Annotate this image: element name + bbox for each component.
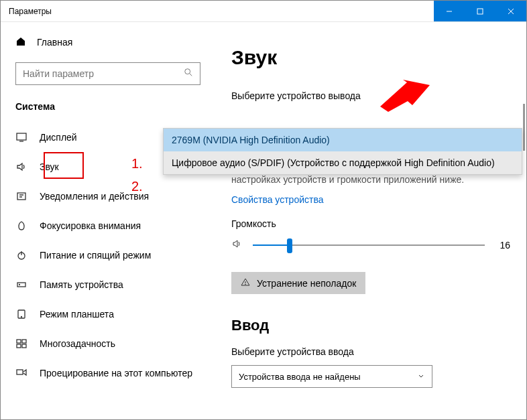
minimize-button[interactable] [434,1,465,21]
close-button[interactable] [495,1,526,21]
sidebar-item-label: Многозадачность [40,338,115,349]
sidebar-item-notifications[interactable]: Уведомления и действия [15,182,200,211]
sidebar-item-label: Питание и спящий режим [40,250,151,261]
page-title: Звук [231,46,510,69]
annotation-1: 1. [131,156,143,171]
input-select-value: Устройства ввода не найдены [239,372,361,382]
sidebar-item-multitask[interactable]: Многозадачность [15,329,200,358]
titlebar: Параметры [1,1,526,22]
scrollbar[interactable] [523,104,525,151]
device-properties-link[interactable]: Свойства устройства [231,194,324,205]
sidebar-item-label: Память устройства [40,279,123,290]
sound-icon [15,161,27,173]
sidebar-item-label: Дисплей [40,132,77,143]
warning-icon [241,277,250,289]
input-device-label: Выберите устройства ввода [231,346,510,357]
svg-rect-6 [17,133,26,140]
volume-slider[interactable] [253,237,485,253]
notifications-icon [15,190,27,202]
sidebar-item-label: Режим планшета [40,309,114,320]
volume-label: Громкость [231,218,510,229]
troubleshoot-label: Устранение неполадок [257,278,356,289]
multitask-icon [15,338,27,350]
sidebar-item-project[interactable]: Проецирование на этот компьютер [15,358,200,388]
main-content: Звук Выберите устройство вывода параметр… [215,22,526,419]
display-icon [15,131,27,143]
svg-rect-15 [17,340,21,343]
storage-icon [15,279,27,291]
project-icon [15,367,27,379]
output-device-label: Выберите устройство вывода [231,90,510,101]
chevron-down-icon [417,372,425,382]
sidebar-item-power[interactable]: Питание и спящий режим [15,240,200,270]
search-icon [184,68,193,80]
sidebar-item-tablet[interactable]: Режим планшета [15,299,200,329]
sidebar: Главная Система Дисплей Звук Уведомления… [1,22,215,419]
svg-point-14 [21,317,22,318]
sidebar-item-label: Фокусировка внимания [40,220,141,231]
sidebar-item-label: Звук [40,161,59,172]
power-icon [15,249,27,261]
sidebar-item-storage[interactable]: Память устройства [15,270,200,299]
input-device-select[interactable]: Устройства ввода не найдены [231,365,432,388]
svg-point-4 [185,69,190,74]
svg-rect-18 [22,344,26,348]
svg-rect-17 [17,344,21,348]
volume-icon [231,238,243,253]
annotation-2: 2. [131,179,143,194]
svg-rect-1 [477,9,483,14]
dropdown-option[interactable]: 2769M (NVIDIA High Definition Audio) [164,129,522,151]
output-device-dropdown: 2769M (NVIDIA High Definition Audio) Циф… [163,128,522,175]
home-label: Главная [37,37,72,48]
search-input[interactable] [23,68,184,79]
svg-line-5 [190,74,192,76]
dropdown-option[interactable]: Цифровое аудио (S/PDIF) (Устройство с по… [164,151,522,174]
home-link[interactable]: Главная [15,34,200,50]
svg-point-12 [19,285,20,285]
troubleshoot-button[interactable]: Устранение неполадок [231,272,365,294]
svg-rect-19 [17,370,23,374]
window-controls [434,1,526,21]
search-box[interactable] [15,62,200,85]
svg-rect-11 [17,283,25,287]
focus-icon [15,220,27,232]
volume-value: 16 [494,240,510,251]
svg-rect-8 [17,193,25,200]
sidebar-item-focus[interactable]: Фокусировка внимания [15,211,200,240]
input-heading: Ввод [231,317,510,334]
home-icon [15,36,26,49]
section-heading: Система [15,101,200,112]
tablet-icon [15,308,27,320]
svg-rect-16 [22,340,26,343]
window-title: Параметры [1,7,52,16]
maximize-button[interactable] [465,1,495,21]
sidebar-item-label: Проецирование на этот компьютер [40,368,192,378]
svg-point-21 [245,284,246,285]
